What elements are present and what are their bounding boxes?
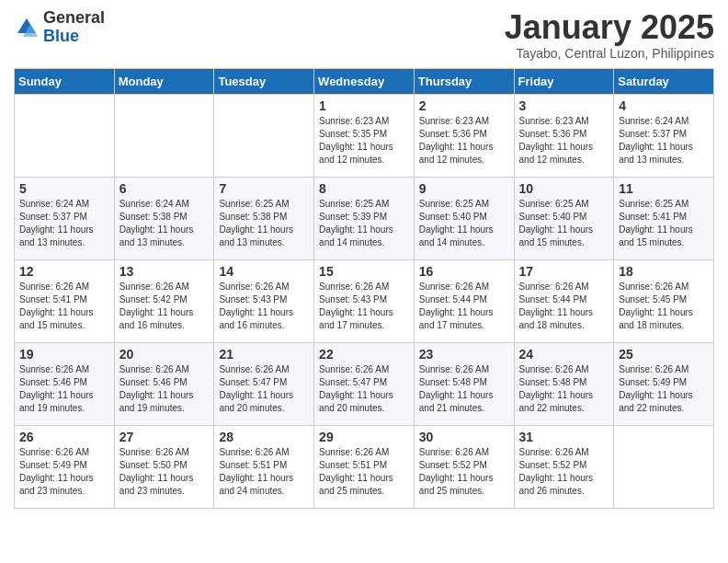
day-info: Sunrise: 6:23 AMSunset: 5:35 PMDaylight:… bbox=[319, 115, 409, 167]
calendar-cell: 23Sunrise: 6:26 AMSunset: 5:48 PMDayligh… bbox=[414, 342, 514, 425]
day-number: 4 bbox=[619, 98, 709, 113]
day-number: 16 bbox=[419, 264, 509, 279]
day-info: Sunrise: 6:26 AMSunset: 5:46 PMDaylight:… bbox=[19, 363, 109, 415]
day-number: 23 bbox=[419, 347, 509, 362]
day-info: Sunrise: 6:24 AMSunset: 5:37 PMDaylight:… bbox=[619, 115, 709, 167]
calendar-week-0: 1Sunrise: 6:23 AMSunset: 5:35 PMDaylight… bbox=[15, 94, 714, 177]
calendar-cell: 24Sunrise: 6:26 AMSunset: 5:48 PMDayligh… bbox=[514, 342, 614, 425]
calendar-body: 1Sunrise: 6:23 AMSunset: 5:35 PMDaylight… bbox=[15, 94, 714, 508]
calendar-cell: 5Sunrise: 6:24 AMSunset: 5:37 PMDaylight… bbox=[15, 177, 115, 259]
day-number: 9 bbox=[419, 181, 509, 196]
day-info: Sunrise: 6:23 AMSunset: 5:36 PMDaylight:… bbox=[419, 115, 509, 167]
calendar-cell bbox=[15, 94, 115, 177]
day-number: 12 bbox=[19, 264, 109, 279]
day-info: Sunrise: 6:25 AMSunset: 5:41 PMDaylight:… bbox=[619, 198, 709, 249]
day-info: Sunrise: 6:25 AMSunset: 5:40 PMDaylight:… bbox=[419, 198, 509, 249]
calendar-cell: 16Sunrise: 6:26 AMSunset: 5:44 PMDayligh… bbox=[414, 259, 514, 342]
header-row: Sunday Monday Tuesday Wednesday Thursday… bbox=[15, 68, 714, 94]
day-info: Sunrise: 6:26 AMSunset: 5:47 PMDaylight:… bbox=[219, 363, 309, 415]
calendar-cell: 29Sunrise: 6:26 AMSunset: 5:51 PMDayligh… bbox=[314, 425, 415, 508]
logo: General Blue bbox=[14, 9, 105, 46]
day-info: Sunrise: 6:26 AMSunset: 5:45 PMDaylight:… bbox=[619, 281, 709, 332]
title-block: January 2025 Tayabo, Central Luzon, Phil… bbox=[505, 9, 714, 61]
calendar-cell: 26Sunrise: 6:26 AMSunset: 5:49 PMDayligh… bbox=[15, 425, 115, 508]
day-info: Sunrise: 6:26 AMSunset: 5:44 PMDaylight:… bbox=[419, 281, 509, 332]
day-info: Sunrise: 6:25 AMSunset: 5:40 PMDaylight:… bbox=[519, 198, 609, 249]
day-info: Sunrise: 6:23 AMSunset: 5:36 PMDaylight:… bbox=[519, 115, 609, 167]
day-info: Sunrise: 6:26 AMSunset: 5:52 PMDaylight:… bbox=[419, 446, 509, 498]
day-number: 22 bbox=[319, 347, 409, 362]
day-number: 6 bbox=[119, 181, 210, 196]
day-number: 14 bbox=[219, 264, 309, 279]
col-tuesday: Tuesday bbox=[214, 68, 314, 94]
day-info: Sunrise: 6:26 AMSunset: 5:47 PMDaylight:… bbox=[319, 363, 409, 415]
day-info: Sunrise: 6:26 AMSunset: 5:41 PMDaylight:… bbox=[19, 281, 109, 332]
day-number: 7 bbox=[219, 181, 309, 196]
logo-text: General Blue bbox=[43, 9, 105, 46]
day-number: 27 bbox=[119, 430, 210, 444]
calendar-header: Sunday Monday Tuesday Wednesday Thursday… bbox=[15, 68, 714, 94]
day-number: 31 bbox=[519, 430, 609, 444]
day-number: 10 bbox=[519, 181, 609, 196]
day-number: 25 bbox=[619, 347, 709, 362]
day-info: Sunrise: 6:26 AMSunset: 5:51 PMDaylight:… bbox=[219, 446, 309, 498]
day-number: 15 bbox=[319, 264, 409, 279]
calendar-cell: 20Sunrise: 6:26 AMSunset: 5:46 PMDayligh… bbox=[114, 342, 214, 425]
calendar-week-3: 19Sunrise: 6:26 AMSunset: 5:46 PMDayligh… bbox=[15, 342, 714, 425]
calendar-cell: 11Sunrise: 6:25 AMSunset: 5:41 PMDayligh… bbox=[614, 177, 714, 259]
calendar-week-2: 12Sunrise: 6:26 AMSunset: 5:41 PMDayligh… bbox=[15, 259, 714, 342]
calendar-cell: 27Sunrise: 6:26 AMSunset: 5:50 PMDayligh… bbox=[114, 425, 214, 508]
logo-blue: Blue bbox=[43, 28, 105, 46]
calendar-cell: 17Sunrise: 6:26 AMSunset: 5:44 PMDayligh… bbox=[514, 259, 614, 342]
calendar-cell bbox=[214, 94, 314, 177]
day-number: 18 bbox=[619, 264, 709, 279]
day-info: Sunrise: 6:25 AMSunset: 5:39 PMDaylight:… bbox=[319, 198, 409, 249]
location: Tayabo, Central Luzon, Philippines bbox=[505, 46, 714, 61]
day-number: 30 bbox=[419, 430, 509, 444]
day-number: 29 bbox=[319, 430, 409, 444]
calendar-table: Sunday Monday Tuesday Wednesday Thursday… bbox=[14, 68, 714, 509]
day-number: 11 bbox=[619, 181, 709, 196]
day-info: Sunrise: 6:26 AMSunset: 5:50 PMDaylight:… bbox=[119, 446, 210, 498]
calendar-cell: 6Sunrise: 6:24 AMSunset: 5:38 PMDaylight… bbox=[114, 177, 214, 259]
calendar-cell: 14Sunrise: 6:26 AMSunset: 5:43 PMDayligh… bbox=[214, 259, 314, 342]
calendar-cell: 15Sunrise: 6:26 AMSunset: 5:43 PMDayligh… bbox=[314, 259, 415, 342]
day-info: Sunrise: 6:26 AMSunset: 5:43 PMDaylight:… bbox=[219, 281, 309, 332]
calendar-cell: 9Sunrise: 6:25 AMSunset: 5:40 PMDaylight… bbox=[414, 177, 514, 259]
day-number: 24 bbox=[519, 347, 609, 362]
day-info: Sunrise: 6:25 AMSunset: 5:38 PMDaylight:… bbox=[219, 198, 309, 249]
day-number: 26 bbox=[19, 430, 109, 444]
day-info: Sunrise: 6:26 AMSunset: 5:48 PMDaylight:… bbox=[519, 363, 609, 415]
calendar-cell: 1Sunrise: 6:23 AMSunset: 5:35 PMDaylight… bbox=[314, 94, 415, 177]
calendar-cell: 18Sunrise: 6:26 AMSunset: 5:45 PMDayligh… bbox=[614, 259, 714, 342]
calendar-cell: 13Sunrise: 6:26 AMSunset: 5:42 PMDayligh… bbox=[114, 259, 214, 342]
calendar-cell bbox=[114, 94, 214, 177]
day-number: 21 bbox=[219, 347, 309, 362]
calendar-cell: 25Sunrise: 6:26 AMSunset: 5:49 PMDayligh… bbox=[614, 342, 714, 425]
page-container: General Blue January 2025 Tayabo, Centra… bbox=[0, 0, 728, 523]
day-number: 1 bbox=[319, 98, 409, 113]
calendar-cell: 3Sunrise: 6:23 AMSunset: 5:36 PMDaylight… bbox=[514, 94, 614, 177]
calendar-cell: 7Sunrise: 6:25 AMSunset: 5:38 PMDaylight… bbox=[214, 177, 314, 259]
calendar-cell: 4Sunrise: 6:24 AMSunset: 5:37 PMDaylight… bbox=[614, 94, 714, 177]
logo-icon bbox=[14, 15, 40, 40]
day-number: 13 bbox=[119, 264, 210, 279]
day-number: 8 bbox=[319, 181, 409, 196]
col-monday: Monday bbox=[114, 68, 214, 94]
logo-general: General bbox=[43, 9, 105, 28]
day-info: Sunrise: 6:26 AMSunset: 5:44 PMDaylight:… bbox=[519, 281, 609, 332]
calendar-cell: 8Sunrise: 6:25 AMSunset: 5:39 PMDaylight… bbox=[314, 177, 415, 259]
calendar-cell: 2Sunrise: 6:23 AMSunset: 5:36 PMDaylight… bbox=[414, 94, 514, 177]
col-sunday: Sunday bbox=[15, 68, 115, 94]
day-info: Sunrise: 6:26 AMSunset: 5:49 PMDaylight:… bbox=[19, 446, 109, 498]
day-number: 20 bbox=[119, 347, 210, 362]
day-info: Sunrise: 6:26 AMSunset: 5:42 PMDaylight:… bbox=[119, 281, 210, 332]
col-wednesday: Wednesday bbox=[314, 68, 415, 94]
calendar-cell: 10Sunrise: 6:25 AMSunset: 5:40 PMDayligh… bbox=[514, 177, 614, 259]
calendar-week-1: 5Sunrise: 6:24 AMSunset: 5:37 PMDaylight… bbox=[15, 177, 714, 259]
calendar-cell: 30Sunrise: 6:26 AMSunset: 5:52 PMDayligh… bbox=[414, 425, 514, 508]
day-info: Sunrise: 6:26 AMSunset: 5:49 PMDaylight:… bbox=[619, 363, 709, 415]
day-info: Sunrise: 6:26 AMSunset: 5:46 PMDaylight:… bbox=[119, 363, 210, 415]
day-info: Sunrise: 6:26 AMSunset: 5:48 PMDaylight:… bbox=[419, 363, 509, 415]
col-friday: Friday bbox=[514, 68, 614, 94]
